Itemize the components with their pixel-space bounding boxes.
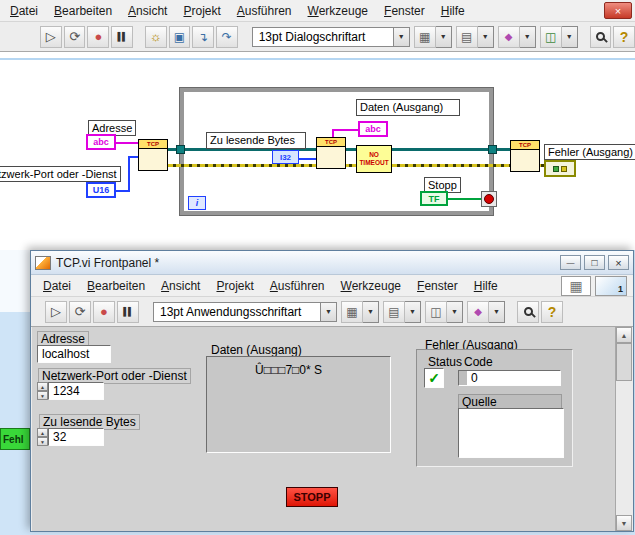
align-objects-button[interactable]: ▦ <box>341 301 363 323</box>
align-objects-dropdown[interactable]: ▼ <box>436 26 452 48</box>
menu-projekt[interactable]: Projekt <box>175 1 228 21</box>
distribute-objects-button[interactable]: ▤ <box>383 301 405 323</box>
vertical-scrollbar[interactable]: ▲ ▼ <box>615 327 632 531</box>
step-over-icon: ↷ <box>222 30 232 44</box>
reorder-objects-button[interactable]: ◆ <box>498 26 520 48</box>
adresse-input[interactable]: localhost <box>37 345 111 363</box>
retain-wire-values-button[interactable]: ▣ <box>169 26 191 48</box>
scroll-up-button[interactable]: ▲ <box>616 327 632 343</box>
resize-objects-dropdown[interactable]: ▼ <box>447 301 463 323</box>
close-button[interactable]: × <box>608 255 629 270</box>
adresse-string-terminal[interactable]: abc <box>86 134 116 150</box>
menu-datei[interactable]: Datei <box>2 1 46 21</box>
font-selector-dropdown[interactable]: ▼ <box>394 27 410 47</box>
search-button[interactable] <box>590 26 612 48</box>
increment-icon[interactable]: ▲ <box>37 428 48 437</box>
distribute-objects-button[interactable]: ▤ <box>456 26 478 48</box>
step-into-button[interactable]: ↴ <box>192 26 214 48</box>
wire-bytes-numeric[interactable] <box>298 158 318 160</box>
distribute-objects-dropdown[interactable]: ▼ <box>405 301 421 323</box>
menu-ansicht[interactable]: Ansicht <box>120 1 175 21</box>
tcp-read-node[interactable]: TCP <box>316 137 346 169</box>
wire-port-numeric[interactable] <box>128 156 130 192</box>
port-stepper[interactable]: ▲ ▼ <box>37 382 48 400</box>
maximize-button[interactable]: □ <box>584 255 605 270</box>
bytes-input[interactable]: 32 <box>48 428 104 446</box>
grid-icon[interactable]: ▦ <box>561 276 591 296</box>
bytes-stepper[interactable]: ▲ ▼ <box>37 428 48 446</box>
menu-datei[interactable]: Datei <box>35 276 79 296</box>
menu-hilfe[interactable]: Hilfe <box>466 276 506 296</box>
menu-ausfuehren[interactable]: Ausführen <box>229 1 300 21</box>
run-button[interactable]: ▷ <box>40 26 62 48</box>
menu-werkzeuge[interactable]: Werkzeuge <box>300 1 376 21</box>
iteration-terminal[interactable]: i <box>188 196 206 210</box>
scroll-down-button[interactable]: ▼ <box>616 515 632 531</box>
loop-tunnel-right[interactable] <box>488 145 497 154</box>
menu-ansicht[interactable]: Ansicht <box>153 276 208 296</box>
menu-fenster[interactable]: Fenster <box>409 276 466 296</box>
menu-bearbeiten[interactable]: Bearbeiten <box>46 1 120 21</box>
decrement-icon[interactable]: ▼ <box>37 391 48 400</box>
abort-button[interactable]: ● <box>93 301 115 323</box>
menu-ausfuehren[interactable]: Ausführen <box>262 276 333 296</box>
maximize-icon: □ <box>591 257 597 268</box>
scrollbar-thumb[interactable] <box>616 343 632 381</box>
distribute-objects-dropdown[interactable]: ▼ <box>478 26 494 48</box>
minimize-button[interactable]: — <box>560 255 581 270</box>
loop-condition-terminal[interactable] <box>481 191 497 207</box>
run-button[interactable]: ▷ <box>45 301 67 323</box>
wire-error-cluster[interactable] <box>160 164 550 167</box>
align-objects-button[interactable]: ▦ <box>414 26 436 48</box>
port-u16-terminal[interactable]: U16 <box>86 182 116 198</box>
front-panel-toolbar: ▷ ⟳ ● ▌▌ 13pt Anwendungsschriftart ▼ ▦ ▼… <box>31 297 633 327</box>
reorder-objects-dropdown[interactable]: ▼ <box>489 301 505 323</box>
menu-projekt[interactable]: Projekt <box>208 276 261 296</box>
port-input[interactable]: 1234 <box>48 382 104 400</box>
run-continuous-button[interactable]: ⟳ <box>69 301 91 323</box>
menu-fenster[interactable]: Fenster <box>376 1 433 21</box>
menu-werkzeuge[interactable]: Werkzeuge <box>333 276 409 296</box>
pause-button[interactable]: ▌▌ <box>117 301 139 323</box>
loop-tunnel-left[interactable] <box>176 145 185 154</box>
stopp-button[interactable]: STOPP <box>286 487 338 507</box>
front-panel-titlebar[interactable]: TCP.vi Frontpanel * — □ × <box>31 251 633 275</box>
clean-up-diagram-dropdown[interactable]: ▼ <box>562 26 578 48</box>
search-button[interactable] <box>517 301 539 323</box>
menu-hilfe[interactable]: Hilfe <box>433 1 473 21</box>
bytes-i32-constant[interactable]: I32 <box>272 150 299 164</box>
help-button[interactable]: ? <box>613 26 635 48</box>
diagram-canvas[interactable]: Adresse abc Netzwerk-Port oder -Dienst U… <box>0 53 635 250</box>
step-over-button[interactable]: ↷ <box>216 26 238 48</box>
pause-button[interactable]: ▌▌ <box>111 26 133 48</box>
tcp-close-node[interactable]: TCP <box>510 140 540 172</box>
run-state-icon[interactable]: 1 <box>595 276 627 296</box>
resize-objects-button[interactable]: ◫ <box>425 301 447 323</box>
reorder-objects-dropdown[interactable]: ▼ <box>520 26 536 48</box>
font-selector[interactable]: 13pt Dialogschriftart <box>252 27 394 47</box>
code-label: Code <box>460 354 497 370</box>
background-partial-indicator: Fehl <box>0 428 30 450</box>
font-selector[interactable]: 13pt Anwendungsschriftart <box>153 302 321 322</box>
increment-icon[interactable]: ▲ <box>37 382 48 391</box>
front-panel-canvas[interactable]: Adresse localhost Netzwerk-Port oder -Di… <box>32 327 617 531</box>
tcp-open-node[interactable]: TCP <box>138 139 168 171</box>
abort-button[interactable]: ● <box>87 26 109 48</box>
wire-adresse-string[interactable] <box>116 142 140 144</box>
highlight-execution-button[interactable]: ☼ <box>145 26 167 48</box>
daten-string-terminal[interactable]: abc <box>358 121 388 137</box>
decrement-icon[interactable]: ▼ <box>37 437 48 446</box>
align-objects-dropdown[interactable]: ▼ <box>363 301 379 323</box>
wire-stop-boolean[interactable] <box>448 198 482 200</box>
stopp-boolean-terminal[interactable]: TF <box>420 191 448 206</box>
reorder-objects-button[interactable]: ◆ <box>467 301 489 323</box>
run-continuous-button[interactable]: ⟳ <box>64 26 86 48</box>
clean-up-diagram-button[interactable]: ◫ <box>540 26 562 48</box>
menu-bearbeiten[interactable]: Bearbeiten <box>79 276 153 296</box>
help-button[interactable]: ? <box>541 301 563 323</box>
font-selector-dropdown[interactable]: ▼ <box>321 302 337 322</box>
wire-daten-string[interactable] <box>332 129 360 131</box>
no-timeout-constant[interactable]: NO TIMEOUT <box>356 145 392 173</box>
error-cluster-terminal[interactable] <box>544 160 576 177</box>
close-button[interactable]: × <box>604 2 632 19</box>
